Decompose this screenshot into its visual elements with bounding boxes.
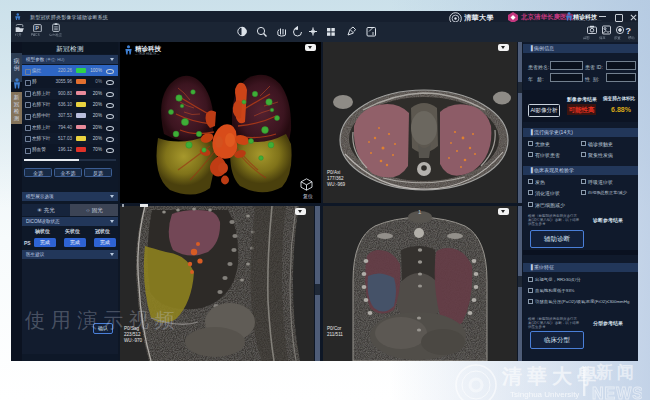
svg-text:P: P xyxy=(35,25,39,31)
svg-text:Tsinghua University: Tsinghua University xyxy=(510,390,579,399)
svg-text:?: ? xyxy=(626,26,632,35)
